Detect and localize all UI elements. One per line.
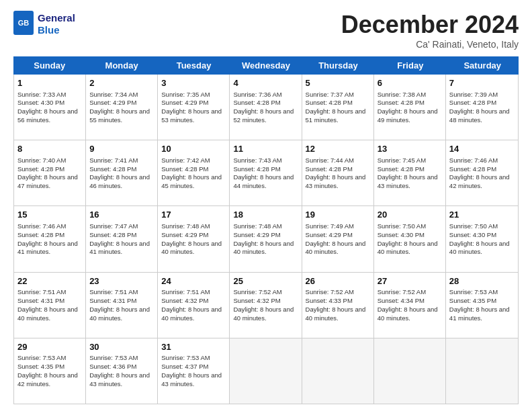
- day-empty-2: [302, 338, 374, 404]
- calendar-header: Sunday Monday Tuesday Wednesday Thursday…: [13, 56, 519, 75]
- day-15: 15 Sunrise: 7:46 AM Sunset: 4:28 PM Dayl…: [14, 206, 86, 271]
- day-empty-1: [230, 338, 302, 404]
- day-16: 16 Sunrise: 7:47 AM Sunset: 4:28 PM Dayl…: [86, 206, 158, 271]
- day-13: 13 Sunrise: 7:45 AM Sunset: 4:28 PM Dayl…: [374, 140, 446, 205]
- header-sunday: Sunday: [13, 56, 85, 75]
- logo-icon: GB: [13, 11, 34, 35]
- day-24: 24 Sunrise: 7:51 AM Sunset: 4:32 PM Dayl…: [158, 273, 230, 338]
- day-8: 8 Sunrise: 7:40 AM Sunset: 4:28 PM Dayli…: [14, 140, 86, 205]
- calendar: Sunday Monday Tuesday Wednesday Thursday…: [13, 56, 519, 404]
- day-12: 12 Sunrise: 7:44 AM Sunset: 4:28 PM Dayl…: [302, 140, 374, 205]
- day-11: 11 Sunrise: 7:43 AM Sunset: 4:28 PM Dayl…: [230, 140, 302, 205]
- day-27: 27 Sunrise: 7:52 AM Sunset: 4:34 PM Dayl…: [374, 273, 446, 338]
- header-tuesday: Tuesday: [158, 56, 230, 75]
- week-row-2: 8 Sunrise: 7:40 AM Sunset: 4:28 PM Dayli…: [14, 140, 518, 206]
- day-1: 1 Sunrise: 7:33 AM Sunset: 4:30 PM Dayli…: [14, 75, 86, 140]
- location: Ca' Rainati, Veneto, Italy: [341, 39, 519, 50]
- day-31: 31 Sunrise: 7:53 AM Sunset: 4:37 PM Dayl…: [158, 338, 230, 404]
- logo-line1: General: [38, 12, 75, 24]
- day-21: 21 Sunrise: 7:50 AM Sunset: 4:30 PM Dayl…: [446, 206, 518, 271]
- day-30: 30 Sunrise: 7:53 AM Sunset: 4:36 PM Dayl…: [86, 338, 158, 404]
- day-5: 5 Sunrise: 7:37 AM Sunset: 4:28 PM Dayli…: [302, 75, 374, 140]
- day-4: 4 Sunrise: 7:36 AM Sunset: 4:28 PM Dayli…: [230, 75, 302, 140]
- week-row-5: 29 Sunrise: 7:53 AM Sunset: 4:35 PM Dayl…: [14, 338, 518, 404]
- day-25: 25 Sunrise: 7:52 AM Sunset: 4:32 PM Dayl…: [230, 273, 302, 338]
- month-title: December 2024: [341, 11, 519, 39]
- day-22: 22 Sunrise: 7:51 AM Sunset: 4:31 PM Dayl…: [14, 273, 86, 338]
- day-14: 14 Sunrise: 7:46 AM Sunset: 4:28 PM Dayl…: [446, 140, 518, 205]
- day-6: 6 Sunrise: 7:38 AM Sunset: 4:28 PM Dayli…: [374, 75, 446, 140]
- day-28: 28 Sunrise: 7:53 AM Sunset: 4:35 PM Dayl…: [446, 273, 518, 338]
- day-9: 9 Sunrise: 7:41 AM Sunset: 4:28 PM Dayli…: [86, 140, 158, 205]
- svg-text:GB: GB: [18, 19, 30, 27]
- calendar-body: 1 Sunrise: 7:33 AM Sunset: 4:30 PM Dayli…: [13, 75, 519, 404]
- day-7: 7 Sunrise: 7:39 AM Sunset: 4:28 PM Dayli…: [446, 75, 518, 140]
- logo-line2: Blue: [38, 24, 75, 36]
- title-block: December 2024 Ca' Rainati, Veneto, Italy: [341, 11, 519, 50]
- day-empty-4: [446, 338, 518, 404]
- day-3: 3 Sunrise: 7:35 AM Sunset: 4:29 PM Dayli…: [158, 75, 230, 140]
- header-thursday: Thursday: [302, 56, 374, 75]
- day-20: 20 Sunrise: 7:50 AM Sunset: 4:30 PM Dayl…: [374, 206, 446, 271]
- day-empty-3: [374, 338, 446, 404]
- week-row-1: 1 Sunrise: 7:33 AM Sunset: 4:30 PM Dayli…: [14, 75, 518, 140]
- day-23: 23 Sunrise: 7:51 AM Sunset: 4:31 PM Dayl…: [86, 273, 158, 338]
- header-saturday: Saturday: [447, 56, 519, 75]
- day-17: 17 Sunrise: 7:48 AM Sunset: 4:29 PM Dayl…: [158, 206, 230, 271]
- header-wednesday: Wednesday: [230, 56, 302, 75]
- week-row-4: 22 Sunrise: 7:51 AM Sunset: 4:31 PM Dayl…: [14, 273, 518, 338]
- day-2: 2 Sunrise: 7:34 AM Sunset: 4:29 PM Dayli…: [86, 75, 158, 140]
- header-friday: Friday: [374, 56, 446, 75]
- day-26: 26 Sunrise: 7:52 AM Sunset: 4:33 PM Dayl…: [302, 273, 374, 338]
- day-10: 10 Sunrise: 7:42 AM Sunset: 4:28 PM Dayl…: [158, 140, 230, 205]
- day-19: 19 Sunrise: 7:49 AM Sunset: 4:29 PM Dayl…: [302, 206, 374, 271]
- day-29: 29 Sunrise: 7:53 AM Sunset: 4:35 PM Dayl…: [14, 338, 86, 404]
- calendar-page: GB General Blue December 2024 Ca' Rainat…: [0, 0, 532, 411]
- week-row-3: 15 Sunrise: 7:46 AM Sunset: 4:28 PM Dayl…: [14, 206, 518, 272]
- header-monday: Monday: [85, 56, 157, 75]
- logo: GB General Blue: [13, 11, 75, 38]
- day-18: 18 Sunrise: 7:48 AM Sunset: 4:29 PM Dayl…: [230, 206, 302, 271]
- header: GB General Blue December 2024 Ca' Rainat…: [13, 11, 519, 50]
